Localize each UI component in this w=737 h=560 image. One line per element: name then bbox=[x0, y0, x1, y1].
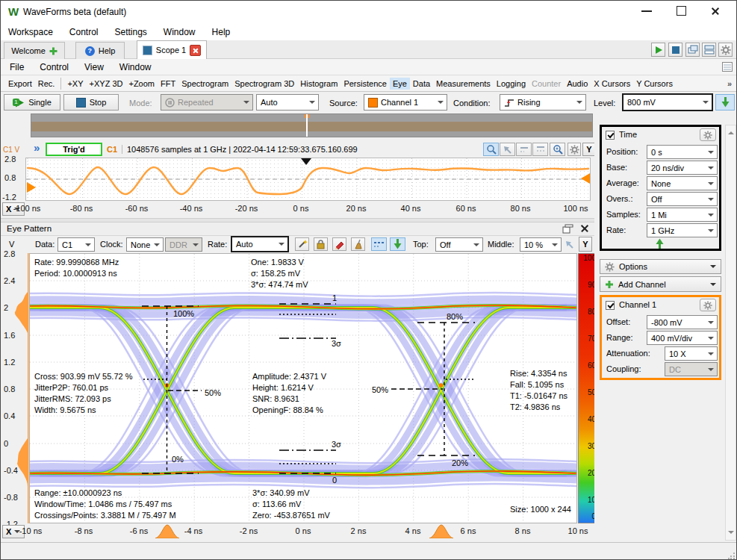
view-tab-persistence[interactable]: Persistence bbox=[340, 78, 389, 90]
level-dropdown[interactable]: 800 mV bbox=[622, 93, 713, 111]
tab-scope1-close-icon[interactable] bbox=[190, 45, 201, 56]
eye-lock-button[interactable] bbox=[314, 237, 328, 251]
scroll-up-icon[interactable] bbox=[728, 128, 734, 134]
condition-dropdown[interactable]: Rising bbox=[500, 94, 586, 111]
view-tab-spectrogram[interactable]: Spectrogram bbox=[178, 78, 231, 90]
scope-pointer-button[interactable] bbox=[500, 143, 515, 156]
tab-help[interactable]: ? Help bbox=[75, 42, 125, 59]
coupling-dropdown[interactable]: DC bbox=[665, 362, 718, 376]
right-panel-scrollbar[interactable] bbox=[725, 125, 736, 541]
menu-workspace[interactable]: Workspace bbox=[7, 25, 55, 39]
eye-panel-titlebar[interactable]: Eye Pattern bbox=[1, 223, 594, 236]
rate-dropdown[interactable]: 1 GHz bbox=[647, 223, 718, 237]
green-up-arrow-icon[interactable] bbox=[656, 238, 664, 249]
scope-menu-view[interactable]: View bbox=[83, 60, 105, 74]
eye-clear-button[interactable] bbox=[351, 237, 365, 251]
eye-meas-zero-block: 3*σ: 340.99 mV σ: 113.66 mV Zero: -453.8… bbox=[252, 488, 330, 521]
offset-dropdown[interactable]: -800 mV bbox=[647, 315, 718, 329]
scope-settings-button[interactable] bbox=[567, 143, 581, 156]
base-dropdown[interactable]: 20 ns/div bbox=[647, 161, 718, 175]
view-tab-histogram[interactable]: Histogram bbox=[297, 78, 340, 90]
eye-measure-button[interactable] bbox=[371, 237, 387, 251]
mode-dropdown[interactable]: Repeated bbox=[161, 94, 253, 111]
options-button[interactable]: Options bbox=[600, 259, 721, 274]
view-tabs-overflow-icon[interactable]: » bbox=[724, 78, 735, 90]
view-tab-ycursors[interactable]: Y Cursors bbox=[633, 78, 676, 90]
attenuation-dropdown[interactable]: 10 X bbox=[665, 346, 718, 361]
view-tab-data[interactable]: Data bbox=[410, 78, 433, 90]
average-dropdown[interactable]: None bbox=[647, 176, 718, 190]
scope-hcursor-button[interactable] bbox=[516, 143, 532, 156]
channel1-checkbox[interactable] bbox=[606, 301, 615, 310]
time-checkbox[interactable] bbox=[606, 131, 615, 140]
eye-ddr-dropdown[interactable]: DDR bbox=[165, 237, 202, 252]
scroll-down-icon[interactable] bbox=[728, 531, 734, 537]
view-tab-xy[interactable]: +XY bbox=[64, 78, 86, 90]
scope-menu-file[interactable]: File bbox=[8, 60, 25, 74]
scope-zoom1-button[interactable] bbox=[483, 143, 499, 156]
run-all-button[interactable] bbox=[651, 43, 665, 57]
time-settings-button[interactable] bbox=[700, 128, 716, 141]
cascade-windows-button[interactable] bbox=[685, 43, 700, 57]
eye-apply-button[interactable] bbox=[390, 237, 405, 251]
view-tab-zoom[interactable]: +Zoom bbox=[125, 78, 158, 90]
range-dropdown[interactable]: 400 mV/div bbox=[647, 331, 718, 345]
tab-scope1[interactable]: Scope 1 bbox=[137, 40, 207, 59]
eye-rate-dropdown[interactable]: Auto bbox=[231, 236, 289, 252]
channel1-settings-button[interactable] bbox=[700, 299, 716, 311]
scope-menu-window[interactable]: Window bbox=[118, 60, 153, 74]
menu-window[interactable]: Window bbox=[162, 25, 197, 39]
scope-zoom-button[interactable] bbox=[550, 143, 565, 156]
eye-panel-float-icon[interactable] bbox=[562, 224, 573, 234]
eye-pointer-icon[interactable] bbox=[565, 240, 574, 249]
channel-offset-marker[interactable] bbox=[27, 182, 36, 193]
view-tab-spectrogram3d[interactable]: Spectrogram 3D bbox=[231, 78, 297, 90]
view-tab-fft[interactable]: FFT bbox=[158, 78, 178, 90]
level-down-button[interactable] bbox=[715, 94, 735, 111]
eye-erase-button[interactable] bbox=[332, 237, 346, 251]
panel-layout-icon[interactable] bbox=[722, 62, 733, 72]
eye-y-axis-button[interactable]: Y bbox=[579, 237, 592, 252]
trigger-position-marker[interactable] bbox=[301, 158, 311, 165]
stop-button[interactable]: Stop bbox=[63, 94, 119, 111]
view-tab-counter[interactable]: Counter bbox=[529, 78, 564, 90]
menu-settings[interactable]: Settings bbox=[113, 25, 149, 39]
minimize-button[interactable] bbox=[641, 10, 652, 12]
eye-middle-dropdown[interactable]: 10 % bbox=[520, 237, 562, 252]
view-tab-xcursors[interactable]: X Cursors bbox=[591, 78, 633, 90]
view-tab-export[interactable]: Export bbox=[5, 78, 35, 90]
view-tab-xyz3d[interactable]: +XYZ 3D bbox=[87, 78, 126, 90]
menu-help[interactable]: Help bbox=[211, 25, 232, 39]
add-channel-button[interactable]: Add Channel bbox=[600, 276, 721, 292]
close-button[interactable] bbox=[711, 7, 720, 16]
overs-dropdown[interactable]: Off bbox=[647, 192, 718, 206]
resize-grip[interactable] bbox=[728, 552, 736, 559]
view-tab-rec[interactable]: Rec. bbox=[35, 78, 62, 90]
position-dropdown[interactable]: 0 s bbox=[647, 145, 718, 159]
app-settings-button[interactable] bbox=[718, 43, 733, 57]
maximize-button[interactable] bbox=[677, 6, 686, 16]
view-tab-audio[interactable]: Audio bbox=[564, 78, 591, 90]
source-dropdown[interactable]: Channel 1 bbox=[364, 94, 447, 111]
buffer-overview-bar[interactable] bbox=[31, 113, 593, 137]
view-tab-measurements[interactable]: Measurements bbox=[433, 78, 494, 90]
eye-data-dropdown[interactable]: C1 bbox=[57, 237, 95, 252]
expand-channel-icon[interactable]: » bbox=[34, 141, 40, 154]
tile-windows-button[interactable] bbox=[702, 43, 716, 57]
overview-position-line[interactable] bbox=[306, 114, 308, 137]
trigger-mode-dropdown[interactable]: Auto bbox=[256, 94, 319, 111]
samples-dropdown[interactable]: 1 Mi bbox=[647, 208, 718, 222]
eye-clock-dropdown[interactable]: None bbox=[126, 237, 164, 252]
tab-welcome[interactable]: Welcome bbox=[4, 42, 65, 59]
eye-top-dropdown[interactable]: Off bbox=[435, 237, 483, 252]
stop-all-button[interactable] bbox=[668, 43, 682, 57]
single-button[interactable]: 1 Single bbox=[4, 94, 60, 111]
source-label: Source: bbox=[329, 99, 358, 108]
scope-vcursor-button[interactable] bbox=[532, 143, 548, 156]
view-tab-eye[interactable]: Eye bbox=[390, 78, 410, 90]
eye-autoset-button[interactable] bbox=[295, 237, 309, 251]
scope-menu-control[interactable]: Control bbox=[38, 60, 70, 74]
menu-control[interactable]: Control bbox=[68, 25, 100, 39]
view-tab-logging[interactable]: Logging bbox=[494, 78, 529, 90]
trigger-level-marker[interactable] bbox=[581, 173, 590, 184]
